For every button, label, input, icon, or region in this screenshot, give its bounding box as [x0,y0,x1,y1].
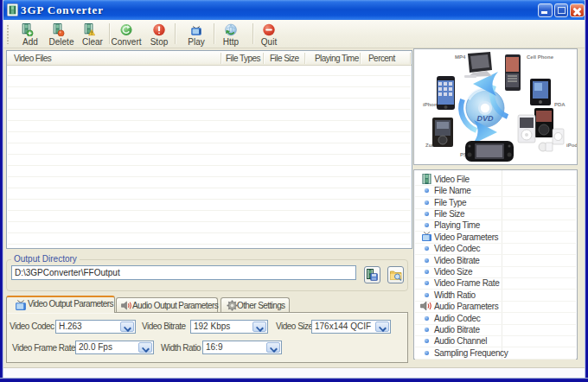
svg-text:MP4: MP4 [455,54,466,60]
svg-text:DVD: DVD [476,114,494,123]
svg-text:PDA: PDA [554,102,566,107]
svg-text:iPod: iPod [566,143,577,148]
svg-text:Cell Phone: Cell Phone [527,54,554,60]
